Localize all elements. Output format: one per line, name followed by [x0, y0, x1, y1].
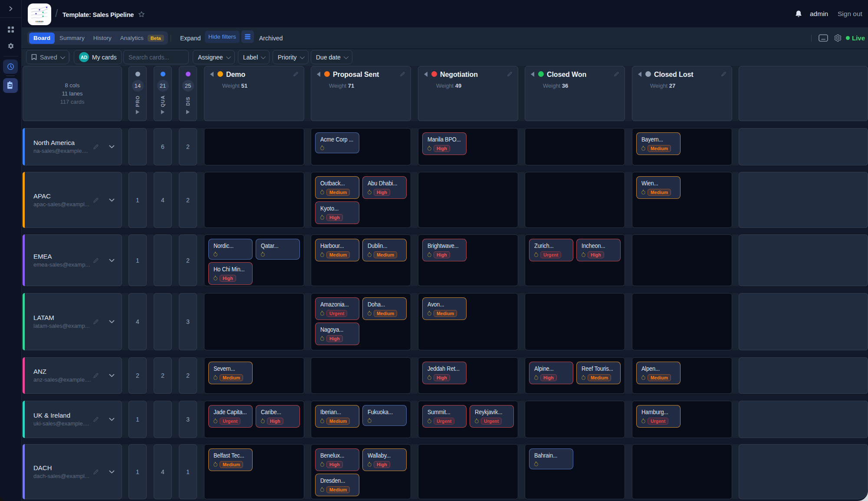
svg-text:VISIBAN: VISIBAN: [36, 20, 43, 23]
